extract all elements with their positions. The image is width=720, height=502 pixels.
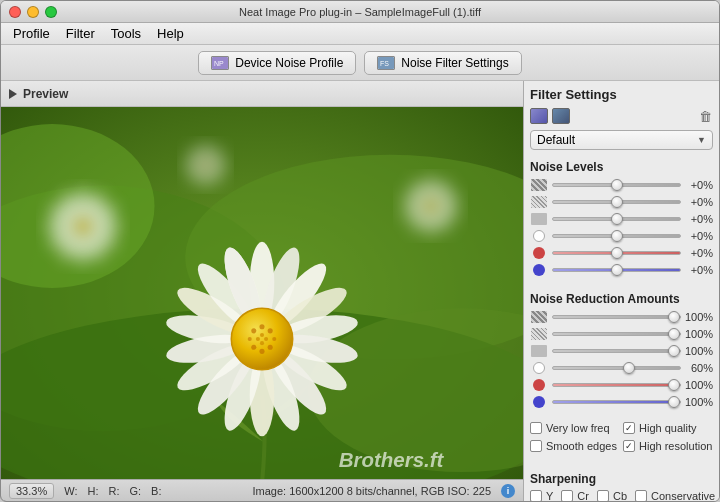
nr-high-value: 100% bbox=[685, 311, 713, 323]
nr-y-icon bbox=[530, 361, 548, 375]
noise-y-slider[interactable] bbox=[552, 234, 681, 238]
svg-point-22 bbox=[73, 216, 93, 236]
smooth-edges-checkbox[interactable] bbox=[530, 440, 542, 452]
nr-cr-slider[interactable] bbox=[552, 383, 681, 387]
noise-filter-settings-button[interactable]: FS Noise Filter Settings bbox=[364, 51, 521, 75]
zoom-level[interactable]: 33.3% bbox=[9, 483, 54, 499]
noise-low-slider[interactable] bbox=[552, 217, 681, 221]
very-low-freq-label: Very low freq bbox=[546, 422, 610, 434]
noise-mid-value: +0% bbox=[685, 196, 713, 208]
minimize-button[interactable] bbox=[27, 6, 39, 18]
blue-label: B: bbox=[151, 485, 161, 497]
height-label: H: bbox=[87, 485, 98, 497]
maximize-button[interactable] bbox=[45, 6, 57, 18]
noise-low-icon bbox=[530, 212, 548, 226]
sharp-y-check: Y bbox=[530, 490, 553, 501]
noise-high-icon bbox=[530, 178, 548, 192]
profile-icon-2[interactable] bbox=[552, 108, 570, 124]
nr-cr-value: 100% bbox=[685, 379, 713, 391]
sharp-cb-label: Cb bbox=[613, 490, 627, 501]
sharp-cr-checkbox[interactable] bbox=[561, 490, 573, 501]
nr-y-slider[interactable] bbox=[552, 366, 681, 370]
nr-mid-icon bbox=[530, 327, 548, 341]
svg-point-62 bbox=[231, 308, 292, 369]
menu-tools[interactable]: Tools bbox=[103, 24, 149, 43]
nr-mid-value: 100% bbox=[685, 328, 713, 340]
device-noise-icon: NP bbox=[211, 56, 229, 70]
sharpening-channels: Y Cr Cb Conservative bbox=[530, 490, 713, 501]
image-area[interactable]: Brothers.ft bbox=[1, 107, 523, 479]
window-title: Neat Image Pro plug-in – SampleImageFull… bbox=[239, 6, 481, 18]
checkbox-high-resolution: High resolution bbox=[623, 440, 713, 452]
nr-cb-value: 100% bbox=[685, 396, 713, 408]
svg-text:FS: FS bbox=[380, 60, 389, 67]
device-noise-profile-button[interactable]: NP Device Noise Profile bbox=[198, 51, 356, 75]
nr-y-value: 60% bbox=[685, 362, 713, 374]
profile-dropdown[interactable]: Default ▼ bbox=[530, 130, 713, 150]
svg-point-63 bbox=[251, 328, 256, 333]
noise-cr-slider[interactable] bbox=[552, 251, 681, 255]
svg-point-42 bbox=[200, 159, 212, 171]
smooth-edges-label: Smooth edges bbox=[546, 440, 617, 452]
preview-header: Preview bbox=[1, 81, 523, 107]
menu-help[interactable]: Help bbox=[149, 24, 192, 43]
nr-high-icon bbox=[530, 310, 548, 324]
svg-point-73 bbox=[260, 333, 264, 337]
nr-low-icon bbox=[530, 344, 548, 358]
left-panel: Preview bbox=[1, 81, 524, 501]
noise-reduction-high-row: 100% bbox=[530, 310, 713, 324]
very-low-freq-checkbox[interactable] bbox=[530, 422, 542, 434]
high-quality-checkbox[interactable] bbox=[623, 422, 635, 434]
sharp-y-checkbox[interactable] bbox=[530, 490, 542, 501]
sharp-conservative-checkbox[interactable] bbox=[635, 490, 647, 501]
info-icon[interactable]: i bbox=[501, 484, 515, 498]
menu-filter[interactable]: Filter bbox=[58, 24, 103, 43]
main-window: Neat Image Pro plug-in – SampleImageFull… bbox=[0, 0, 720, 502]
close-button[interactable] bbox=[9, 6, 21, 18]
sharp-y-label: Y bbox=[546, 490, 553, 501]
svg-point-69 bbox=[259, 349, 264, 354]
svg-point-66 bbox=[248, 337, 252, 341]
high-resolution-checkbox[interactable] bbox=[623, 440, 635, 452]
nr-low-slider[interactable] bbox=[552, 349, 681, 353]
sharp-cr-check: Cr bbox=[561, 490, 589, 501]
noise-mid-icon bbox=[530, 195, 548, 209]
noise-low-value: +0% bbox=[685, 213, 713, 225]
noise-filter-icon: FS bbox=[377, 56, 395, 70]
statusbar: 33.3% W: H: R: G: B: Image: 1600x1200 8 … bbox=[1, 479, 523, 501]
preview-label: Preview bbox=[23, 87, 68, 101]
nr-high-slider[interactable] bbox=[552, 315, 681, 319]
nr-cb-slider[interactable] bbox=[552, 400, 681, 404]
sharp-cb-check: Cb bbox=[597, 490, 627, 501]
preview-play-icon[interactable] bbox=[9, 89, 17, 99]
noise-level-mid-row: +0% bbox=[530, 195, 713, 209]
trash-icon[interactable]: 🗑 bbox=[697, 108, 713, 124]
filter-settings-title: Filter Settings bbox=[530, 87, 713, 102]
noise-level-y-row: +0% bbox=[530, 229, 713, 243]
nr-cr-icon bbox=[530, 378, 548, 392]
profile-icon-1[interactable] bbox=[530, 108, 548, 124]
profile-icons-row: 🗑 bbox=[530, 108, 713, 124]
checkbox-high-quality: High quality bbox=[623, 422, 713, 434]
noise-level-cr-row: +0% bbox=[530, 246, 713, 260]
noise-reduction-low-row: 100% bbox=[530, 344, 713, 358]
noise-reduction-y-row: 60% bbox=[530, 361, 713, 375]
menu-profile[interactable]: Profile bbox=[5, 24, 58, 43]
noise-reduction-mid-row: 100% bbox=[530, 327, 713, 341]
nr-mid-slider[interactable] bbox=[552, 332, 681, 336]
nr-low-value: 100% bbox=[685, 345, 713, 357]
svg-point-70 bbox=[268, 345, 273, 350]
green-label: G: bbox=[129, 485, 141, 497]
sharp-cb-checkbox[interactable] bbox=[597, 490, 609, 501]
titlebar: Neat Image Pro plug-in – SampleImageFull… bbox=[1, 1, 719, 23]
noise-high-value: +0% bbox=[685, 179, 713, 191]
noise-high-slider[interactable] bbox=[552, 183, 681, 187]
svg-point-33 bbox=[423, 198, 439, 214]
main-content: Preview bbox=[1, 81, 719, 501]
profile-select-value: Default bbox=[537, 133, 575, 147]
right-panel: Filter Settings 🗑 Default ▼ Noise Levels bbox=[524, 81, 719, 501]
noise-cb-slider[interactable] bbox=[552, 268, 681, 272]
window-controls bbox=[9, 6, 57, 18]
noise-mid-slider[interactable] bbox=[552, 200, 681, 204]
red-label: R: bbox=[108, 485, 119, 497]
